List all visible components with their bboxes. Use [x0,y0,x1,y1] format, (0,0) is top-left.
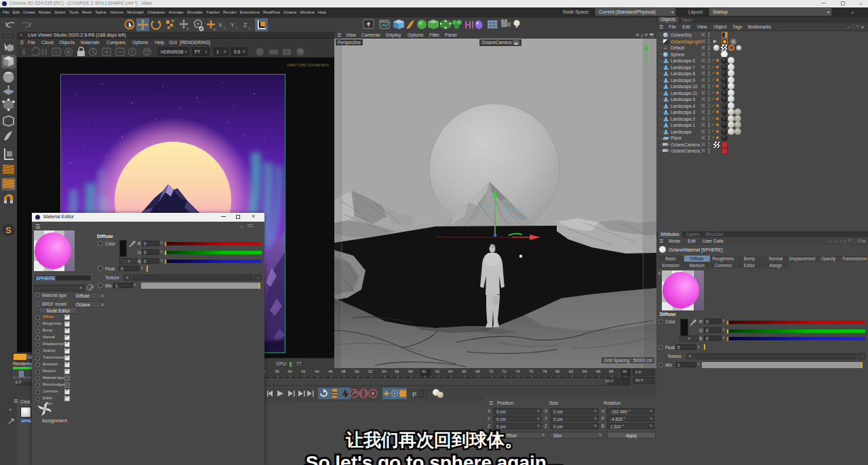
svg-text:R: R [54,49,58,56]
svg-text:Z: Z [243,22,247,28]
svg-text:L: L [236,26,239,30]
svg-text:X: X [218,22,222,28]
svg-text:Y: Y [231,22,235,28]
svg-text:S: S [5,225,12,235]
svg-text:L: L [249,26,252,30]
svg-text:P: P [412,391,416,398]
svg-text:L: L [224,26,226,30]
svg-text:HELP: HELP [46,402,52,405]
